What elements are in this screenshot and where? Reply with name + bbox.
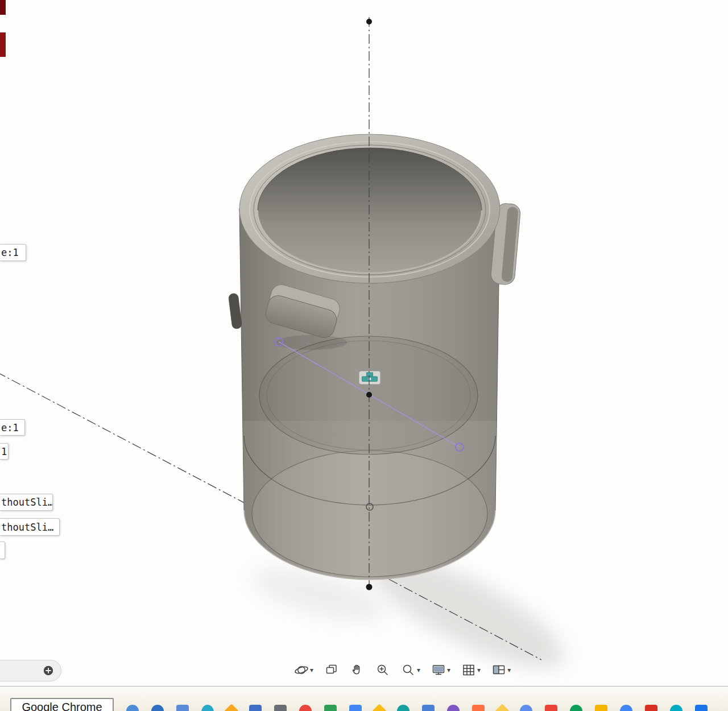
dock-tooltip: Google Chrome (10, 698, 114, 711)
pan-button[interactable] (349, 662, 366, 679)
grid-and-snaps-button[interactable]: ▾ (460, 662, 482, 679)
flag-label: thoutSli… (1, 497, 53, 508)
axis-point-bottom[interactable] (366, 584, 373, 590)
flag-label: 1 (1, 446, 7, 457)
dock-app-icon[interactable] (201, 705, 214, 711)
left-edge-red-strip-bottom (0, 32, 6, 57)
dock-app-icon[interactable] (447, 705, 460, 711)
dock-app-icon[interactable] (176, 705, 189, 711)
dock-app-icon[interactable] (495, 704, 509, 711)
fusion-360-viewport-page: e:1 e:1 1 thoutSli… thoutSli… ▾ (0, 0, 728, 711)
zoom-plus-icon (375, 663, 390, 677)
pan-hand-icon (350, 663, 365, 677)
dock-app-icon[interactable] (349, 705, 362, 711)
flag-label: thoutSli… (1, 522, 53, 533)
dock-app-icon[interactable] (520, 705, 532, 711)
dock-icon-row (126, 705, 708, 711)
dock-app-icon[interactable] (249, 705, 262, 711)
dock-app-icon[interactable] (126, 705, 139, 711)
chevron-down-icon[interactable]: ▾ (447, 667, 450, 673)
viewports-icon (491, 663, 506, 677)
dock-app-icon[interactable] (299, 705, 312, 711)
flag-label: e:1 (1, 422, 19, 433)
display-settings-icon (431, 663, 446, 677)
view-navigation-toolbar: ▾ ▾ (293, 659, 512, 681)
fit-button[interactable]: ▾ (400, 662, 421, 679)
timeline-flag[interactable] (0, 541, 5, 559)
axis-point-top[interactable] (366, 19, 372, 24)
orbit-icon (294, 663, 309, 677)
dock-app-icon[interactable] (670, 705, 682, 711)
side-nub[interactable] (228, 293, 242, 329)
dock-app-icon[interactable] (372, 704, 386, 711)
dock-app-icon[interactable] (274, 705, 287, 711)
bottom-interior-edge[interactable] (252, 450, 487, 577)
look-at-icon (324, 663, 339, 677)
chevron-down-icon[interactable]: ▾ (507, 667, 511, 673)
dock-app-icon[interactable] (545, 705, 557, 711)
timeline-flag[interactable]: e:1 (0, 244, 26, 261)
timeline-flag[interactable]: 1 (0, 443, 9, 460)
chevron-down-icon[interactable]: ▾ (417, 667, 420, 673)
plus-circle-icon (43, 665, 54, 676)
3d-scene-canvas[interactable] (0, 0, 728, 711)
inner-wall-shade (258, 148, 482, 273)
viewports-button[interactable]: ▾ (490, 662, 512, 679)
chevron-down-icon[interactable]: ▾ (477, 667, 481, 673)
zoom-button[interactable] (374, 662, 391, 679)
dock-app-icon[interactable] (397, 705, 410, 711)
dock-app-icon[interactable] (595, 705, 607, 711)
axis-point-middle[interactable] (366, 392, 372, 398)
cylinder-model[interactable] (228, 134, 521, 589)
dock-app-icon[interactable] (324, 705, 337, 711)
dock-app-icon[interactable] (224, 704, 238, 711)
orbit-button[interactable]: ▾ (293, 662, 315, 679)
look-at-button[interactable] (323, 662, 340, 679)
dock-app-icon[interactable] (695, 705, 708, 711)
flag-label: e:1 (1, 247, 19, 258)
fit-magnifier-icon (401, 663, 416, 677)
timeline-bar (0, 660, 61, 681)
dock-app-icon[interactable] (570, 705, 582, 711)
timeline-flag[interactable]: thoutSli… (0, 518, 60, 536)
joint-origin-widget[interactable] (359, 371, 380, 385)
dock-app-icon[interactable] (645, 705, 657, 711)
dock-app-icon[interactable] (422, 705, 435, 711)
timeline-flag[interactable]: e:1 (0, 419, 25, 436)
timeline-flag[interactable]: thoutSli… (0, 494, 53, 511)
dock-app-icon[interactable] (472, 705, 485, 711)
chevron-down-icon[interactable]: ▾ (310, 667, 313, 673)
tab-shadow (276, 335, 347, 350)
add-button[interactable] (43, 665, 54, 676)
dock-app-icon[interactable] (620, 705, 632, 711)
dock-app-icon[interactable] (151, 705, 164, 711)
display-settings-button[interactable]: ▾ (430, 662, 452, 679)
left-edge-red-strip-top (0, 0, 6, 15)
grid-icon (461, 663, 476, 677)
